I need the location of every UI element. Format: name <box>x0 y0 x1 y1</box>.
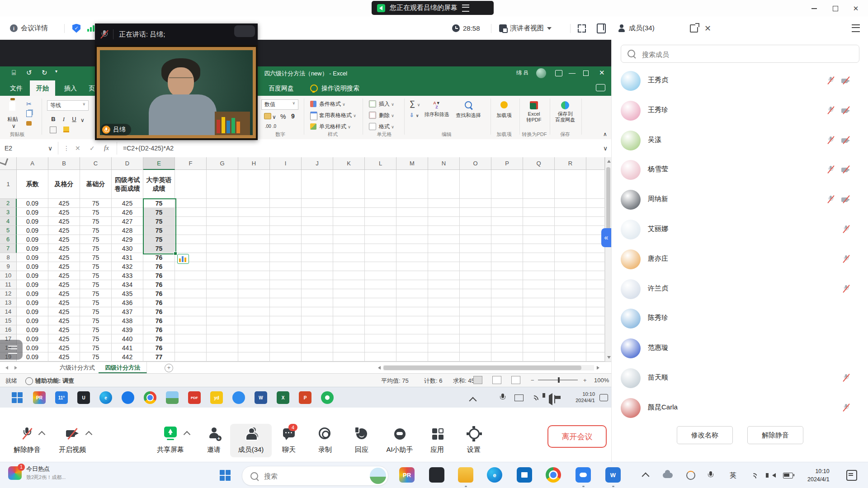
cell-G11[interactable] <box>207 280 238 289</box>
save-to-netdisk-button[interactable]: 保存到百度网盘 <box>552 101 578 123</box>
cell-N15[interactable] <box>428 316 460 325</box>
cell-styles-icon[interactable] <box>310 123 318 130</box>
cell-H9[interactable] <box>238 262 270 271</box>
cell-F12[interactable] <box>175 289 207 298</box>
cell-C2[interactable]: 75 <box>80 199 112 208</box>
cell-N4[interactable] <box>428 217 460 226</box>
cell-Q9[interactable] <box>523 262 555 271</box>
cell-E4[interactable]: 75 <box>143 217 175 226</box>
cell-J9[interactable] <box>302 262 333 271</box>
cell-x18[interactable] <box>586 343 605 352</box>
cell-A13[interactable]: 0.09 <box>17 298 48 307</box>
cell-H13[interactable] <box>238 298 270 307</box>
cell-C8[interactable]: 75 <box>80 253 112 262</box>
cell-O5[interactable] <box>460 226 491 235</box>
cell-F18[interactable] <box>175 343 207 352</box>
cell-P15[interactable] <box>491 316 523 325</box>
cell-x3[interactable] <box>586 208 605 217</box>
cell-H7[interactable] <box>238 244 270 253</box>
camera-off-icon[interactable] <box>840 164 852 176</box>
cell-J12[interactable] <box>302 289 333 298</box>
cell-E12[interactable]: 76 <box>143 289 175 298</box>
cell-M2[interactable] <box>396 199 428 208</box>
cell-R15[interactable] <box>555 316 586 325</box>
cell-O18[interactable] <box>460 343 491 352</box>
cell-I17[interactable] <box>270 334 302 343</box>
cell-N9[interactable] <box>428 262 460 271</box>
cell-J13[interactable] <box>302 298 333 307</box>
cell-J1[interactable] <box>302 170 333 199</box>
cell-D16[interactable]: 439 <box>112 325 143 334</box>
cell-M15[interactable] <box>396 316 428 325</box>
cell-P9[interactable] <box>491 262 523 271</box>
weather-browser-icon[interactable]: 11° <box>55 391 68 404</box>
hscroll-left-icon[interactable] <box>378 366 381 370</box>
account-avatar[interactable] <box>536 68 546 78</box>
cell-F5[interactable] <box>175 226 207 235</box>
cell-I16[interactable] <box>270 325 302 334</box>
delete-cells-icon[interactable] <box>369 112 378 119</box>
cell-H6[interactable] <box>238 235 270 244</box>
cell-B17[interactable]: 425 <box>48 334 80 343</box>
notification-center-icon[interactable] <box>846 462 857 488</box>
cell-I18[interactable] <box>270 343 302 352</box>
cell-A9[interactable]: 0.09 <box>17 262 48 271</box>
cell-J17[interactable] <box>302 334 333 343</box>
cell-G9[interactable] <box>207 262 238 271</box>
cell-E6[interactable]: 75 <box>143 235 175 244</box>
cell-O13[interactable] <box>460 298 491 307</box>
panel-collapse-handle[interactable]: « <box>601 228 611 247</box>
cell-M9[interactable] <box>396 262 428 271</box>
cell-C5[interactable]: 75 <box>80 226 112 235</box>
cell-C14[interactable]: 75 <box>80 307 112 316</box>
cell-I3[interactable] <box>270 208 302 217</box>
cell-B16[interactable]: 425 <box>48 325 80 334</box>
cell-K3[interactable] <box>333 208 365 217</box>
cell-F3[interactable] <box>175 208 207 217</box>
cell-E11[interactable]: 76 <box>143 280 175 289</box>
zoom-out-icon[interactable]: − <box>531 377 534 384</box>
cell-G4[interactable] <box>207 217 238 226</box>
cell-L11[interactable] <box>365 280 396 289</box>
cell-H17[interactable] <box>238 334 270 343</box>
cell-E10[interactable]: 76 <box>143 271 175 280</box>
cell-P17[interactable] <box>491 334 523 343</box>
italic-button[interactable]: I <box>59 115 68 124</box>
cell-K14[interactable] <box>333 307 365 316</box>
page-layout-view-icon[interactable] <box>492 376 501 384</box>
battery-icon[interactable] <box>783 462 793 488</box>
clock-tray[interactable]: 10:102024/4/1 <box>807 462 830 488</box>
mic-muted-icon[interactable] <box>840 253 852 265</box>
find-select-button[interactable]: 查找和选择 <box>456 101 481 119</box>
tab-file[interactable]: 文件 <box>4 80 29 96</box>
panel-unmute-button[interactable]: 解除静音 <box>747 426 803 444</box>
cell-H12[interactable] <box>238 289 270 298</box>
conditional-format-icon[interactable] <box>310 100 318 107</box>
cell-Q7[interactable] <box>523 244 555 253</box>
cell-J6[interactable] <box>302 235 333 244</box>
column-header-P[interactable]: P <box>491 157 523 170</box>
cell-K12[interactable] <box>333 289 365 298</box>
shared-tray-expand-icon[interactable] <box>469 397 477 405</box>
panel-close-button[interactable]: ✕ <box>704 17 711 40</box>
uc-browser-icon[interactable]: U <box>77 391 90 404</box>
format-cells-button[interactable]: 格式 ∨ <box>379 123 394 131</box>
cell-M12[interactable] <box>396 289 428 298</box>
member-row[interactable]: 周纳新 <box>612 185 868 215</box>
cell-K17[interactable] <box>333 334 365 343</box>
cell-B12[interactable]: 425 <box>48 289 80 298</box>
cell-B4[interactable]: 425 <box>48 217 80 226</box>
cell-R6[interactable] <box>555 235 586 244</box>
column-header-B[interactable]: B <box>48 157 80 170</box>
floating-menu-handle[interactable] <box>0 340 23 360</box>
cell-F11[interactable] <box>175 280 207 289</box>
wifi-icon[interactable] <box>749 462 757 488</box>
cell-H5[interactable] <box>238 226 270 235</box>
cell-C9[interactable]: 75 <box>80 262 112 271</box>
cell-H3[interactable] <box>238 208 270 217</box>
screen-watching-pill[interactable]: 您正在观看吕绵的屏幕 <box>372 1 494 15</box>
cell-R17[interactable] <box>555 334 586 343</box>
hscroll-right-icon[interactable] <box>597 366 599 370</box>
name-box[interactable]: E2 <box>5 139 12 157</box>
wps-icon[interactable]: W <box>605 467 621 483</box>
